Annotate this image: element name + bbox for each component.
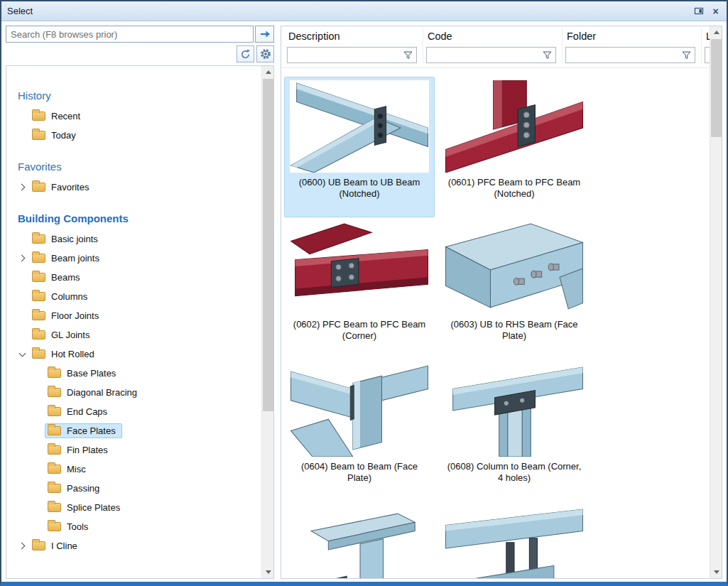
tree-item-passing[interactable]: Passing <box>15 479 255 498</box>
tree-item-beam-joints[interactable]: Beam joints <box>15 249 255 268</box>
title-buttons: × <box>691 4 723 18</box>
column-header-label[interactable]: Code <box>426 29 556 47</box>
component-caption: (0601) PFC Beam to PFC Beam (Notched) <box>444 177 585 200</box>
tree-item-label: Today <box>51 130 76 141</box>
search-input[interactable] <box>6 26 254 43</box>
tree-item-partial[interactable]: I Cline <box>15 536 255 555</box>
column-code: Code <box>423 28 563 63</box>
triangle-down-icon <box>714 570 719 574</box>
tree-item-label: Beams <box>51 272 80 283</box>
component-item-0604[interactable]: (0604) Beam to Beam (Face Plate) <box>284 361 435 501</box>
close-button[interactable]: × <box>708 4 723 18</box>
folder-icon <box>32 273 45 282</box>
folder-icon <box>48 369 61 378</box>
component-item-0600[interactable]: (0600) UB Beam to UB Beam (Notched) <box>284 77 435 217</box>
tree-item-splice-plates[interactable]: Splice Plates <box>15 498 255 517</box>
tree-item-basic-joints[interactable]: Basic joints <box>15 229 255 249</box>
component-thumbnail <box>290 222 429 315</box>
filter-input-folder[interactable] <box>568 48 678 62</box>
window-title: Select <box>7 6 33 16</box>
filter-box-description <box>287 47 417 63</box>
chevron-right-icon[interactable] <box>18 184 25 191</box>
tree-item-label: Basic joints <box>51 234 98 244</box>
component-thumbnail <box>445 80 584 173</box>
tree-item-end-caps[interactable]: End Caps <box>15 402 255 421</box>
title-bar[interactable]: Select × <box>1 1 727 21</box>
component-item-0603[interactable]: (0603) UB to RHS Beam (Face Plate) <box>439 219 590 359</box>
column-folder: Folder <box>563 28 702 63</box>
refresh-button[interactable] <box>237 45 254 63</box>
tree-item-base-plates[interactable]: Base Plates <box>15 364 255 383</box>
component-item-partial-1[interactable] <box>284 503 435 578</box>
scrollbar-thumb[interactable] <box>263 79 273 411</box>
tree-item-diagonal-bracing[interactable]: Diagonal Bracing <box>15 383 255 402</box>
folder-icon <box>32 254 45 263</box>
scroll-up-arrow[interactable] <box>710 26 722 38</box>
tree-item-face-plates[interactable]: Face Plates <box>15 421 255 440</box>
tree-item-recent[interactable]: Recent <box>15 107 255 126</box>
tree-item-label: Passing <box>67 483 99 494</box>
filter-funnel-button[interactable] <box>680 48 692 62</box>
chevron-down-icon[interactable] <box>18 349 26 357</box>
tree-item-columns[interactable]: Columns <box>15 287 255 306</box>
tree-item-tools[interactable]: Tools <box>15 517 255 536</box>
search-go-button[interactable] <box>255 26 274 43</box>
tree-item-gl-joints[interactable]: GL Joints <box>15 325 255 344</box>
tree-section-building-components[interactable]: Building Components <box>15 206 255 229</box>
component-caption: (0602) PFC Beam to PFC Beam (Corner) <box>289 319 430 342</box>
folder-icon <box>48 503 61 512</box>
component-item-0608[interactable]: (0608) Column to Beam (Corner, 4 holes) <box>439 361 590 501</box>
filter-input-description[interactable] <box>290 48 400 62</box>
component-item-partial-2[interactable] <box>439 503 590 578</box>
component-item-0602[interactable]: (0602) PFC Beam to PFC Beam (Corner) <box>284 219 435 359</box>
tree-item-label: GL Joints <box>51 330 89 340</box>
component-thumbnail <box>445 506 584 578</box>
filter-funnel-button[interactable] <box>401 48 414 62</box>
tree-item-beams[interactable]: Beams <box>15 268 255 287</box>
tree-section-history[interactable]: History <box>15 83 255 107</box>
filter-input-code[interactable] <box>429 48 539 62</box>
component-thumbnail <box>290 506 429 578</box>
column-header-label[interactable]: Folder <box>565 29 695 47</box>
component-thumbnail <box>445 364 584 457</box>
results-scrollbar[interactable] <box>710 26 722 578</box>
folder-icon <box>32 183 45 192</box>
filter-box-folder <box>565 47 695 63</box>
tools-row <box>6 45 274 63</box>
selected-tree-item: Face Plates <box>45 423 122 438</box>
tree-item-label: Hot Rolled <box>51 349 94 359</box>
filter-funnel-button[interactable] <box>540 48 553 62</box>
component-item-0601[interactable]: (0601) PFC Beam to PFC Beam (Notched) <box>439 77 590 217</box>
folder-icon <box>32 311 45 320</box>
column-header-label[interactable]: Description <box>287 29 417 47</box>
tree-item-today[interactable]: Today <box>15 126 255 145</box>
select-window: Select × <box>0 0 728 586</box>
tree-item-floor-joints[interactable]: Floor Joints <box>15 306 255 325</box>
refresh-icon <box>240 49 251 60</box>
scroll-down-arrow[interactable] <box>262 566 274 578</box>
scroll-up-arrow[interactable] <box>262 66 274 78</box>
tree-section-favorites[interactable]: Favorites <box>15 154 255 178</box>
tree-item-hot-rolled[interactable]: Hot Rolled <box>15 344 255 364</box>
tree-item-label: Diagonal Bracing <box>67 387 137 398</box>
chevron-right-icon[interactable] <box>18 543 25 550</box>
tree-item-label: Favorites <box>51 182 89 192</box>
results-panel: Description Code <box>281 26 722 579</box>
tree-item-label: Face Plates <box>67 425 116 436</box>
folder-icon <box>48 465 61 474</box>
scroll-down-arrow[interactable] <box>710 566 722 578</box>
tree-scrollbar[interactable] <box>261 66 273 578</box>
settings-button[interactable] <box>256 45 274 63</box>
scrollbar-thumb[interactable] <box>711 39 722 137</box>
funnel-icon <box>682 51 691 60</box>
pin-button[interactable] <box>691 4 706 18</box>
tree-item-misc[interactable]: Misc <box>15 460 255 479</box>
folder-icon <box>32 349 45 359</box>
chevron-right-icon[interactable] <box>18 255 25 262</box>
column-description: Description <box>284 28 423 63</box>
tree-item-fin-plates[interactable]: Fin Plates <box>15 440 255 460</box>
tree-item-favorites[interactable]: Favorites <box>15 178 255 197</box>
tree-item-label: Floor Joints <box>51 310 99 321</box>
folder-icon <box>48 426 61 435</box>
component-thumbnail <box>445 222 584 315</box>
